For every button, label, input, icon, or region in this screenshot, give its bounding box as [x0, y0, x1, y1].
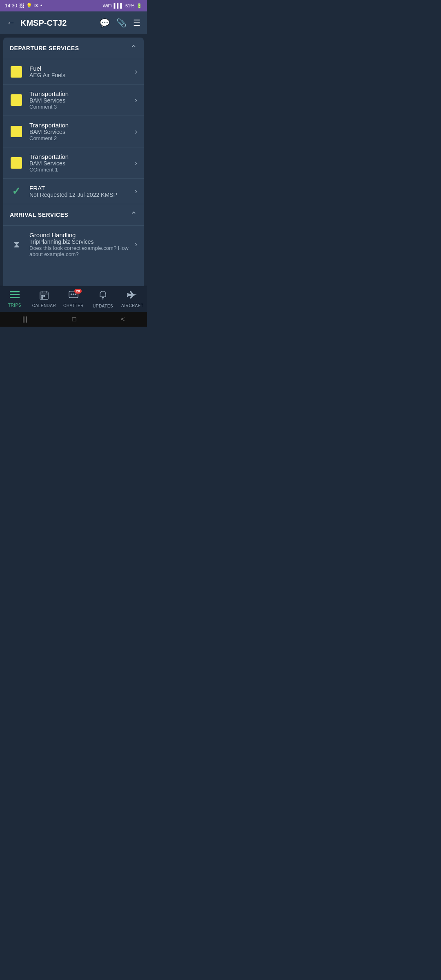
frat-sub: Not Requested 12-Jul-2022 KMSP [29, 192, 135, 198]
fuel-text: Fuel AEG Air Fuels [29, 65, 135, 78]
transport1-yellow-square [11, 157, 22, 169]
dot-indicator: • [40, 3, 42, 9]
nav-calendar[interactable]: CALENDAR [29, 291, 59, 308]
transport2-chevron: › [135, 127, 137, 136]
header-left: ← KMSP-CTJ2 [7, 18, 67, 28]
transport3-text: Transportation BAM Services Comment 3 [29, 90, 135, 110]
transport1-sub: BAM Services [29, 160, 135, 167]
status-bar: 14:30 🖼 💡 ✉ • WiFi ▌▌▌ 51% 🔋 [0, 0, 147, 11]
svg-rect-0 [10, 291, 20, 292]
battery-display: 51% [125, 3, 134, 8]
chat-icon[interactable]: 💬 [100, 18, 110, 28]
transport3-icon-container [10, 94, 23, 107]
ground-icon-container: ⧗ [10, 238, 23, 251]
frat-icon-container: ✓ [10, 185, 23, 198]
svg-point-12 [73, 294, 74, 295]
system-nav-bar: ||| □ < [0, 312, 147, 327]
frat-text: FRAT Not Requested 12-Jul-2022 KMSP [29, 185, 135, 198]
calendar-label: CALENDAR [32, 303, 56, 308]
departure-item-transport-1[interactable]: Transportation BAM Services COmment 1 › [3, 147, 144, 179]
departure-collapse-icon[interactable]: ⌃ [130, 43, 137, 53]
ground-text: Ground Handling TripPlanning.biz Service… [29, 232, 135, 257]
trips-label: TRIPS [8, 303, 21, 307]
transport2-name: Transportation [29, 122, 135, 129]
transport1-chevron: › [135, 159, 137, 167]
header-icons: 💬 📎 ☰ [100, 18, 140, 28]
menu-icon[interactable]: ☰ [133, 18, 140, 28]
svg-rect-1 [10, 294, 20, 295]
transport2-yellow-square [11, 126, 22, 137]
svg-rect-9 [42, 297, 43, 298]
transport1-name: Transportation [29, 153, 135, 160]
back-button[interactable]: ← [7, 18, 16, 28]
ground-comment: Does this look correct example.com? How … [29, 245, 135, 257]
frat-chevron: › [135, 187, 137, 196]
departure-section-title: DEPARTURE SERVICES [10, 45, 79, 51]
aircraft-icon [127, 291, 138, 302]
time-display: 14:30 [5, 3, 17, 9]
fuel-icon-container [10, 65, 23, 78]
nav-trips[interactable]: TRIPS [0, 291, 29, 307]
ground-sub: TripPlanning.biz Services [29, 238, 135, 245]
home-button[interactable]: □ [72, 316, 76, 323]
departure-item-fuel[interactable]: Fuel AEG Air Fuels › [3, 59, 144, 85]
page-title: KMSP-CTJ2 [20, 18, 67, 28]
transport2-sub: BAM Services [29, 129, 135, 135]
frat-name: FRAT [29, 185, 135, 192]
hourglass-icon: ⧗ [13, 239, 20, 250]
departure-item-transport-2[interactable]: Transportation BAM Services Comment 2 › [3, 116, 144, 147]
frat-check-icon: ✓ [12, 185, 21, 198]
updates-label: UPDATES [93, 304, 113, 308]
fuel-name: Fuel [29, 65, 135, 72]
calendar-icon [40, 291, 49, 302]
main-content: DEPARTURE SERVICES ⌃ Fuel AEG Air Fuels … [3, 38, 144, 295]
svg-rect-2 [10, 297, 20, 298]
fuel-sub: AEG Air Fuels [29, 72, 135, 78]
arrival-item-ground[interactable]: ⧗ Ground Handling TripPlanning.biz Servi… [3, 226, 144, 263]
transport1-comment: COmment 1 [29, 167, 135, 173]
svg-rect-8 [44, 295, 45, 296]
bottom-nav: TRIPS CALENDAR 20 CHATTER [0, 286, 147, 312]
transport3-chevron: › [135, 96, 137, 105]
recent-apps-button[interactable]: ||| [22, 316, 27, 323]
wifi-icon: WiFi [103, 3, 112, 8]
attach-icon[interactable]: 📎 [116, 18, 127, 28]
photo-icon: 🖼 [19, 3, 24, 9]
ground-chevron: › [135, 240, 137, 249]
status-right: WiFi ▌▌▌ 51% 🔋 [103, 3, 142, 9]
transport2-comment: Comment 2 [29, 135, 135, 141]
transport3-name: Transportation [29, 90, 135, 97]
battery-icon: 🔋 [136, 3, 142, 9]
trips-icon [10, 291, 20, 302]
ground-name: Ground Handling [29, 232, 135, 238]
fuel-chevron: › [135, 67, 137, 76]
transport3-yellow-square [11, 94, 22, 106]
transport1-text: Transportation BAM Services COmment 1 [29, 153, 135, 173]
svg-rect-7 [42, 295, 43, 296]
nav-aircraft[interactable]: AIRCRAFT [118, 291, 147, 308]
signal-icon: ▌▌▌ [114, 3, 123, 8]
arrival-section-title: ARRIVAL SERVICES [10, 212, 68, 218]
departure-item-transport-3[interactable]: Transportation BAM Services Comment 3 › [3, 85, 144, 116]
fuel-yellow-square [11, 66, 22, 78]
departure-item-frat[interactable]: ✓ FRAT Not Requested 12-Jul-2022 KMSP › [3, 179, 144, 204]
chatter-label: CHATTER [63, 303, 84, 308]
back-system-button[interactable]: < [121, 316, 125, 323]
status-left: 14:30 🖼 💡 ✉ • [5, 3, 42, 9]
transport3-comment: Comment 3 [29, 104, 135, 110]
svg-point-11 [71, 294, 72, 295]
aircraft-label: AIRCRAFT [121, 303, 143, 308]
departure-section-header[interactable]: DEPARTURE SERVICES ⌃ [3, 38, 144, 59]
nav-updates[interactable]: UPDATES [88, 290, 118, 308]
arrival-collapse-icon[interactable]: ⌃ [130, 210, 137, 220]
header: ← KMSP-CTJ2 💬 📎 ☰ [0, 11, 147, 34]
arrival-section-header[interactable]: ARRIVAL SERVICES ⌃ [3, 204, 144, 226]
transport3-sub: BAM Services [29, 97, 135, 104]
nav-chatter[interactable]: 20 CHATTER [59, 291, 88, 308]
updates-icon [99, 290, 107, 303]
email-icon: ✉ [34, 3, 38, 9]
chatter-badge: 20 [74, 289, 82, 294]
location-icon: 💡 [26, 3, 32, 9]
chatter-icon: 20 [69, 291, 78, 302]
transport1-icon-container [10, 156, 23, 169]
